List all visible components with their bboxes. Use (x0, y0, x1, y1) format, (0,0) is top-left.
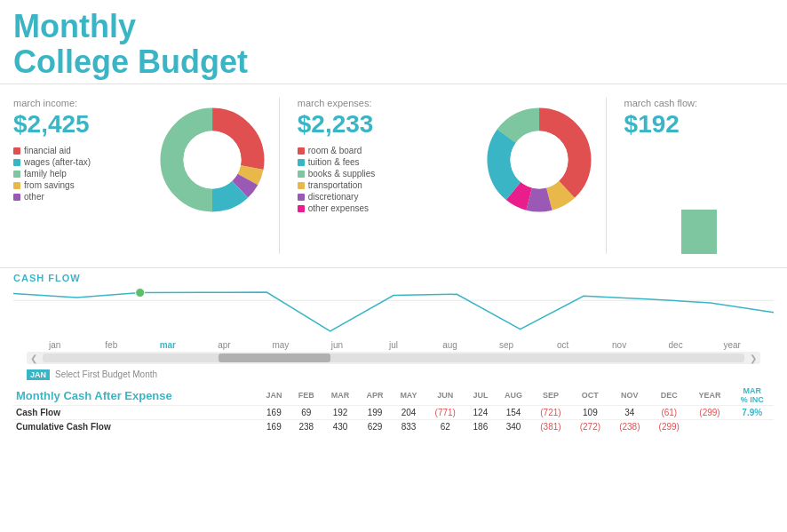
cash-flow-chart-section: CASH FLOW janfebmaraprmayjunjulaugsepoct… (0, 268, 787, 364)
scroll-left-button[interactable]: ❮ (27, 353, 41, 363)
row-label: Cumulative Cash Flow (13, 420, 258, 434)
table-title-header: Monthly Cash After Expense (13, 385, 258, 406)
cell: 204 (392, 406, 425, 420)
legend-item: transportation (298, 180, 481, 190)
svg-point-16 (136, 289, 145, 298)
col-may: MAY (392, 385, 425, 406)
scrollbar[interactable]: ❮ ❯ (27, 352, 760, 364)
month-label: jun (309, 340, 366, 350)
legend-item: wages (after-tax) (13, 157, 155, 167)
cell: (272) (570, 420, 609, 434)
mar-inc-cell (730, 420, 774, 434)
col-apr: APR (358, 385, 392, 406)
summary-panels: march income: $2,425 financial aidwages … (0, 83, 787, 268)
col-year: YEAR (689, 385, 731, 406)
col-feb: FEB (290, 385, 322, 406)
income-value: $2,425 (13, 110, 155, 139)
expenses-donut (481, 102, 597, 218)
col-jul: JUL (465, 385, 496, 406)
expenses-value: $2,233 (298, 110, 481, 139)
page-title: Monthly College Budget (13, 9, 774, 79)
expenses-label: march expenses: (298, 98, 481, 108)
table-section: JAN Select First Budget Month Monthly Ca… (0, 366, 787, 433)
cell: 629 (358, 420, 392, 434)
col-oct: OCT (570, 385, 609, 406)
month-label: dec (648, 340, 704, 350)
col-mar: MAR (322, 385, 358, 406)
legend-item: other expenses (298, 203, 481, 213)
table-row: Cash Flow16969192199204(771)124154(721)1… (13, 406, 774, 420)
cell: (238) (610, 420, 649, 434)
legend-item: tuition & fees (298, 157, 481, 167)
col-mar-inc: MAR% INC (730, 385, 774, 406)
cell: 430 (322, 420, 358, 434)
cell: 169 (258, 420, 290, 434)
legend-item: financial aid (13, 146, 155, 155)
chart-title: CASH FLOW (13, 273, 774, 283)
scroll-right-button[interactable]: ❯ (746, 353, 760, 363)
col-sep: SEP (531, 385, 570, 406)
month-label: jul (365, 340, 422, 350)
cell: 833 (392, 420, 425, 434)
chart-area (13, 285, 774, 338)
cell: (299) (649, 420, 688, 434)
cell: 154 (496, 406, 530, 420)
month-label: aug (422, 340, 479, 350)
cell (689, 420, 731, 434)
page-header: Monthly College Budget (0, 0, 787, 83)
legend-item: discretionary (298, 192, 481, 202)
col-jun: JUN (425, 385, 465, 406)
table-row: Cumulative Cash Flow16923843062983362186… (13, 420, 774, 434)
cell: 109 (570, 406, 609, 420)
cell: 124 (465, 406, 496, 420)
expenses-legend: room & boardtuition & feesbooks & suppli… (298, 146, 481, 213)
col-dec: DEC (649, 385, 688, 406)
cashflow-summary-panel: march cash flow: $192 (616, 98, 774, 254)
month-label: oct (535, 340, 592, 350)
cashflow-summary-value: $192 (624, 110, 774, 139)
income-donut (155, 102, 270, 218)
jan-bar: JAN (27, 369, 50, 380)
cashflow-bar-container (624, 165, 774, 254)
cell: 169 (258, 406, 290, 420)
svg-point-6 (183, 131, 241, 189)
month-label: apr (196, 340, 253, 350)
month-label: may (252, 340, 309, 350)
select-month-label: Select First Budget Month (55, 369, 157, 379)
cell: (771) (425, 406, 465, 420)
months-row: janfebmaraprmayjunjulaugsepoctnovdecyear (13, 338, 774, 350)
col-nov: NOV (610, 385, 649, 406)
month-label: jan (27, 340, 83, 350)
cell: 69 (290, 406, 322, 420)
income-legend: financial aidwages (after-tax)family hel… (13, 146, 155, 202)
legend-item: other (13, 192, 155, 202)
month-label: nov (591, 340, 648, 350)
col-jan: JAN (258, 385, 290, 406)
cell: 238 (290, 420, 322, 434)
row-label: Cash Flow (13, 406, 258, 420)
legend-item: room & board (298, 146, 481, 155)
scrollbar-thumb[interactable] (219, 353, 330, 362)
legend-item: family help (13, 169, 155, 179)
cashflow-summary-label: march cash flow: (624, 98, 774, 108)
legend-item: from savings (13, 180, 155, 190)
cell: (721) (531, 406, 570, 420)
month-label: feb (83, 340, 140, 350)
month-label: year (704, 340, 760, 350)
budget-table: Monthly Cash After Expense JAN FEB MAR A… (13, 385, 774, 433)
cell: 34 (610, 406, 649, 420)
month-label: sep (478, 340, 535, 350)
expenses-panel: march expenses: $2,233 room & boardtuiti… (289, 98, 607, 254)
col-aug: AUG (496, 385, 530, 406)
mar-inc-cell: 7.9% (730, 406, 774, 420)
cell: (299) (689, 406, 731, 420)
scrollbar-track[interactable] (43, 353, 744, 362)
cashflow-line-chart (13, 285, 774, 338)
cell: 186 (465, 420, 496, 434)
cell: (61) (649, 406, 688, 420)
month-label: mar (139, 340, 196, 350)
cell: 199 (358, 406, 392, 420)
cell: 340 (496, 420, 530, 434)
income-panel: march income: $2,425 financial aidwages … (13, 98, 280, 254)
svg-point-14 (510, 131, 568, 189)
